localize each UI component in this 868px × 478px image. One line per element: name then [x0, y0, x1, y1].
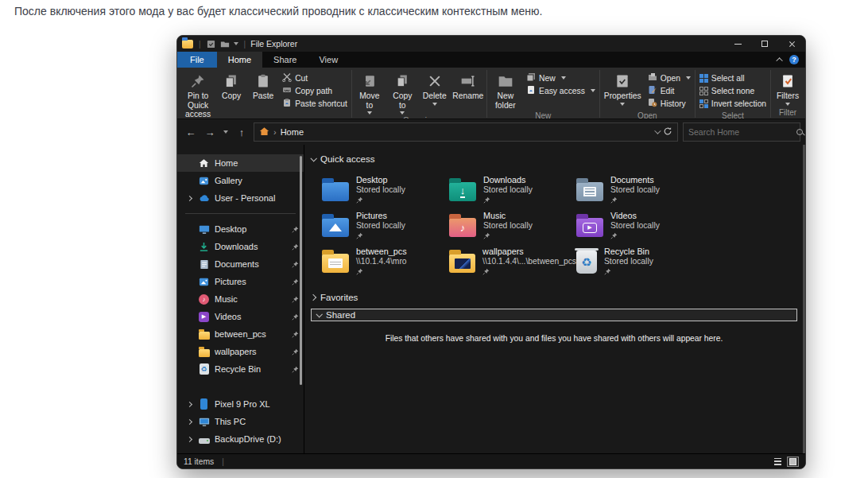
- tab-file[interactable]: File: [177, 52, 217, 68]
- invert-selection-button[interactable]: Invert selection: [699, 98, 766, 109]
- tile-music[interactable]: ♪ Music Stored locally: [449, 209, 576, 244]
- content-scrollbar[interactable]: [803, 145, 805, 453]
- new-folder-button[interactable]: New folder: [488, 71, 523, 111]
- tile-videos[interactable]: ▶ Videos Stored locally: [576, 209, 703, 244]
- select-all-button[interactable]: Select all: [699, 72, 766, 84]
- address-field[interactable]: › Home: [254, 122, 678, 142]
- tile-downloads[interactable]: ↓ Downloads Stored locally: [449, 173, 576, 208]
- paste-button[interactable]: Paste: [247, 71, 279, 102]
- sidebar-item-onedrive-personal[interactable]: User - Personal: [177, 189, 304, 207]
- expand-chevron-icon[interactable]: [185, 196, 193, 200]
- videos-icon: ▶: [198, 311, 210, 323]
- quick-access-header[interactable]: Quick access: [311, 153, 797, 165]
- sidebar-item-this-pc[interactable]: This PC: [177, 413, 304, 430]
- expand-chevron-icon[interactable]: [185, 420, 193, 424]
- button-label: New: [539, 74, 556, 83]
- sidebar-item-between-pcs[interactable]: between_pcs: [177, 325, 304, 343]
- minimize-button[interactable]: [724, 36, 751, 52]
- sidebar-item-documents[interactable]: Documents: [177, 255, 304, 273]
- tile-desktop[interactable]: Desktop Stored locally: [322, 173, 449, 208]
- tile-pictures[interactable]: Pictures Stored locally: [322, 209, 449, 244]
- sidebar-item-gallery[interactable]: Gallery: [177, 172, 304, 189]
- button-label: Easy access: [539, 87, 585, 95]
- sidebar-item-desktop[interactable]: Desktop: [177, 220, 304, 238]
- maximize-icon: [761, 41, 768, 47]
- refresh-icon[interactable]: [663, 126, 672, 138]
- tile-name: Pictures: [356, 211, 405, 220]
- new-folder-qat-icon[interactable]: [220, 39, 230, 49]
- tile-recycle-bin[interactable]: ♻ Recycle Bin Stored locally: [576, 245, 703, 280]
- sidebar-item-pictures[interactable]: Pictures: [177, 273, 304, 290]
- sidebar-item-music[interactable]: ♪ Music: [177, 290, 304, 308]
- open-icon: [648, 72, 657, 84]
- sidebar-scrollbar[interactable]: [300, 156, 302, 385]
- open-button[interactable]: Open: [648, 72, 691, 84]
- forward-button[interactable]: →: [203, 126, 217, 138]
- close-icon: [789, 41, 796, 48]
- tile-documents[interactable]: Documents Stored locally: [576, 173, 703, 208]
- select-none-button[interactable]: Select none: [699, 85, 766, 96]
- sidebar-item-label: Pixel 9 Pro XL: [215, 399, 285, 409]
- sidebar-item-home[interactable]: Home: [177, 154, 304, 172]
- copy-path-icon: [282, 85, 292, 96]
- search-input[interactable]: [688, 127, 796, 137]
- recent-locations-caret-icon[interactable]: [223, 130, 228, 134]
- sidebar-item-videos[interactable]: ▶ Videos: [177, 308, 304, 325]
- sidebar-item-backupdrive[interactable]: BackupDrive (D:): [177, 430, 304, 448]
- sidebar-item-label: between_pcs: [215, 329, 285, 339]
- copy-button[interactable]: Copy: [215, 71, 247, 102]
- expand-chevron-icon[interactable]: [185, 437, 193, 441]
- details-view-button[interactable]: [772, 457, 784, 467]
- large-icons-view-button[interactable]: [787, 457, 799, 467]
- edit-button[interactable]: Edit: [648, 85, 691, 96]
- copy-path-button[interactable]: Copy path: [282, 85, 347, 96]
- separator: |: [197, 40, 203, 49]
- button-label: Edit: [661, 87, 675, 95]
- shared-header[interactable]: Shared: [311, 309, 797, 321]
- cut-button[interactable]: Cut: [282, 72, 347, 84]
- sidebar-item-recycle-bin[interactable]: ♻ Recycle Bin: [177, 360, 304, 378]
- tile-name: Desktop: [356, 175, 405, 185]
- up-button[interactable]: ↑: [234, 126, 249, 138]
- breadcrumb-path[interactable]: Home: [281, 127, 304, 137]
- help-icon[interactable]: ?: [789, 55, 799, 64]
- easy-access-button[interactable]: Easy access: [526, 85, 595, 96]
- history-button[interactable]: History: [648, 98, 691, 109]
- videos-folder-icon: ▶: [576, 218, 603, 237]
- expand-chevron-icon[interactable]: [185, 402, 193, 406]
- rename-button[interactable]: Rename: [451, 71, 486, 102]
- button-label: Filters: [777, 91, 799, 101]
- tab-share[interactable]: Share: [262, 52, 308, 68]
- sidebar-item-wallpapers[interactable]: wallpapers: [177, 343, 304, 360]
- pin-to-quick-access-button[interactable]: Pin to Quick access: [180, 71, 215, 120]
- tile-subtitle: Stored locally: [483, 185, 533, 194]
- sidebar-item-pixel-9-pro-xl[interactable]: Pixel 9 Pro XL: [177, 395, 304, 413]
- sidebar-item-label: User - Personal: [215, 193, 285, 203]
- properties-button[interactable]: Properties: [601, 71, 645, 107]
- tile-wallpapers[interactable]: wallpapers \\10.1.4.4\...\between_pcs: [449, 245, 576, 280]
- back-button[interactable]: ←: [184, 126, 198, 138]
- maximize-button[interactable]: [751, 36, 778, 52]
- tab-view[interactable]: View: [308, 52, 349, 68]
- tile-between-pcs[interactable]: between_pcs \\10.1.4.4\mro: [322, 245, 449, 280]
- sidebar-item-downloads[interactable]: Downloads: [177, 238, 304, 255]
- properties-qat-icon[interactable]: [207, 39, 216, 49]
- copy-to-button[interactable]: Copy to: [386, 71, 419, 115]
- ribbon-group-organize: Move to Copy to Delete: [353, 69, 486, 119]
- close-button[interactable]: [778, 36, 805, 52]
- search-box[interactable]: [683, 122, 800, 142]
- tab-home[interactable]: Home: [217, 52, 262, 68]
- favorites-header[interactable]: Favorites: [311, 291, 797, 304]
- delete-button[interactable]: Delete: [419, 71, 451, 107]
- customize-qat-caret-icon[interactable]: [234, 42, 238, 45]
- collapse-ribbon-icon[interactable]: [776, 57, 782, 64]
- sidebar-item-label: wallpapers: [215, 347, 285, 356]
- tile-subtitle: Stored locally: [356, 221, 405, 230]
- address-dropdown-icon[interactable]: [654, 127, 661, 134]
- paste-shortcut-button[interactable]: Paste shortcut: [282, 98, 347, 109]
- documents-icon: [198, 258, 210, 270]
- move-to-button[interactable]: Move to: [353, 71, 386, 115]
- cut-icon: [282, 72, 292, 84]
- filters-button[interactable]: Filters: [772, 71, 804, 107]
- new-item-button[interactable]: New: [526, 72, 595, 84]
